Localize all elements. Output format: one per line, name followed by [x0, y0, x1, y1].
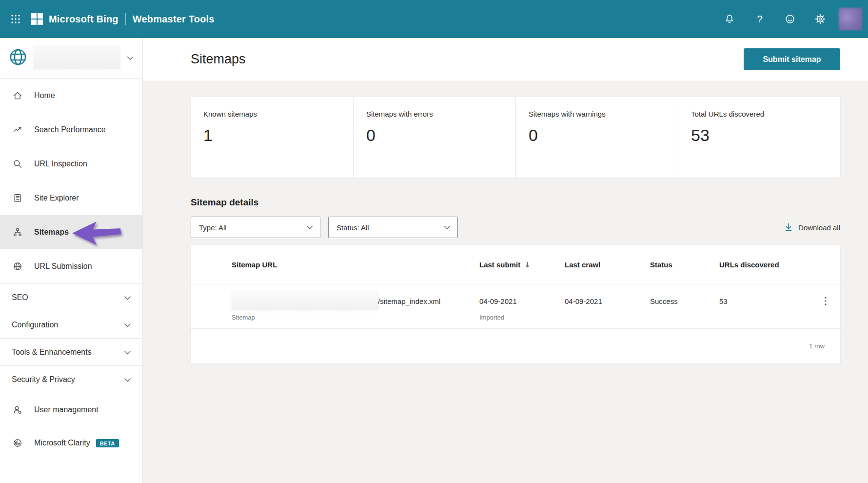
column-last-submit[interactable]: Last submit ↓ [479, 261, 565, 269]
home-icon [13, 91, 22, 101]
column-sitemap-url: Sitemap URL [232, 261, 479, 269]
sidebar-item-user-management[interactable]: User management [0, 393, 142, 426]
submit-note: Imported [479, 314, 565, 321]
brand-divider [125, 13, 126, 25]
notifications-bell-icon[interactable] [724, 13, 735, 25]
page-content: Known sitemaps 1 Sitemaps with errors 0 … [143, 80, 868, 483]
page-header: Sitemaps Submit sitemap [143, 38, 868, 80]
stat-sitemaps-with-warnings: Sitemaps with warnings 0 [515, 97, 678, 178]
stat-total-urls-discovered: Total URLs discovered 53 [678, 97, 840, 178]
microsoft-logo-icon [30, 12, 44, 26]
sitemap-details-heading: Sitemap details [191, 197, 840, 208]
sidebar-sections: SEO Configuration Tools & Enhancements [0, 283, 142, 393]
sidebar-item-sitemaps[interactable]: Sitemaps [0, 215, 142, 249]
sidebar-section-tools-enhancements[interactable]: Tools & Enhancements [0, 338, 142, 365]
column-status: Status [650, 261, 719, 269]
type-filter-dropdown[interactable]: Type: All [191, 217, 320, 238]
cell-row-actions [810, 291, 840, 322]
row-menu-kebab-icon[interactable] [820, 291, 831, 311]
download-icon [784, 222, 793, 232]
chevron-down-icon [306, 223, 313, 232]
download-all-button[interactable]: Download all [784, 222, 840, 232]
help-icon[interactable]: ? [754, 13, 766, 25]
trend-icon [13, 125, 22, 135]
brand-name: Microsoft Bing [49, 14, 118, 25]
sidebar-item-url-inspection[interactable]: URL Inspection [0, 147, 142, 181]
sitemap-domain-redacted [232, 292, 378, 310]
stat-sitemaps-with-errors: Sitemaps with errors 0 [353, 97, 515, 178]
filter-row: Type: All Status: All [191, 217, 840, 238]
document-icon [13, 193, 22, 203]
product-name: Webmaster Tools [133, 14, 215, 25]
sitemaps-table: Sitemap URL Last submit ↓ Last crawl Sta… [191, 245, 840, 363]
waffle-menu-icon[interactable] [9, 12, 22, 26]
row-count: 1 row [809, 342, 825, 350]
status-filter-dropdown[interactable]: Status: All [328, 217, 458, 238]
chevron-down-icon [127, 54, 134, 62]
clarity-icon [13, 438, 22, 448]
submit-sitemap-button[interactable]: Submit sitemap [744, 48, 840, 70]
table-row: /sitemap_index.xml Sitemap 04-09-2021 Im… [191, 284, 840, 328]
feedback-smiley-icon[interactable] [784, 13, 796, 25]
site-name-redacted [34, 47, 120, 69]
sidebar-section-security-privacy[interactable]: Security & Privacy [0, 365, 142, 393]
user-avatar[interactable] [839, 8, 862, 30]
chevron-down-icon [124, 293, 131, 302]
chevron-down-icon [444, 223, 451, 232]
sitemap-icon [13, 227, 22, 237]
chevron-down-icon [124, 348, 131, 357]
cell-last-crawl: 04-09-2021 [565, 291, 650, 322]
table-header-row: Sitemap URL Last submit ↓ Last crawl Sta… [191, 245, 840, 284]
sidebar-nav: Home Search Performance [0, 79, 142, 460]
chevron-down-icon [124, 321, 131, 329]
app-window: Microsoft Bing Webmaster Tools ? [0, 0, 868, 483]
status-value: Success [650, 291, 719, 311]
site-selector[interactable] [0, 38, 142, 79]
sidebar-item-search-performance[interactable]: Search Performance [0, 113, 142, 147]
cell-sitemap-url: /sitemap_index.xml Sitemap [232, 291, 479, 322]
sort-descending-icon: ↓ [524, 261, 531, 269]
column-urls-discovered: URLs discovered [719, 261, 810, 269]
cell-last-submit: 04-09-2021 Imported [479, 291, 565, 322]
page-title: Sitemaps [191, 52, 246, 67]
sidebar-item-site-explorer[interactable]: Site Explorer [0, 181, 142, 215]
globe-icon [13, 262, 22, 271]
stat-known-sitemaps: Known sitemaps 1 [191, 97, 353, 178]
sidebar-item-microsoft-clarity[interactable]: Microsoft Clarity BETA [0, 426, 142, 460]
main-area: Sitemaps Submit sitemap Known sitemaps 1… [143, 38, 868, 483]
settings-gear-icon[interactable] [814, 13, 826, 25]
table-footer: 1 row [191, 328, 840, 363]
person-icon [13, 405, 22, 415]
stats-cards: Known sitemaps 1 Sitemaps with errors 0 … [191, 97, 840, 178]
topbar-actions: ? [724, 8, 862, 30]
site-globe-icon [8, 47, 28, 69]
cell-status: Success [650, 291, 719, 322]
cell-urls-discovered: 53 [719, 291, 810, 322]
sidebar-item-url-submission[interactable]: URL Submission [0, 249, 142, 283]
top-app-bar: Microsoft Bing Webmaster Tools ? [0, 0, 868, 38]
beta-badge: BETA [96, 439, 119, 447]
sidebar: Home Search Performance [0, 38, 143, 483]
sitemap-type-label: Sitemap [232, 314, 479, 321]
column-last-crawl: Last crawl [565, 261, 650, 269]
sidebar-section-seo[interactable]: SEO [0, 283, 142, 311]
magnifier-icon [13, 159, 22, 169]
sidebar-item-home[interactable]: Home [0, 79, 142, 113]
sidebar-section-configuration[interactable]: Configuration [0, 311, 142, 338]
chevron-down-icon [124, 375, 131, 384]
